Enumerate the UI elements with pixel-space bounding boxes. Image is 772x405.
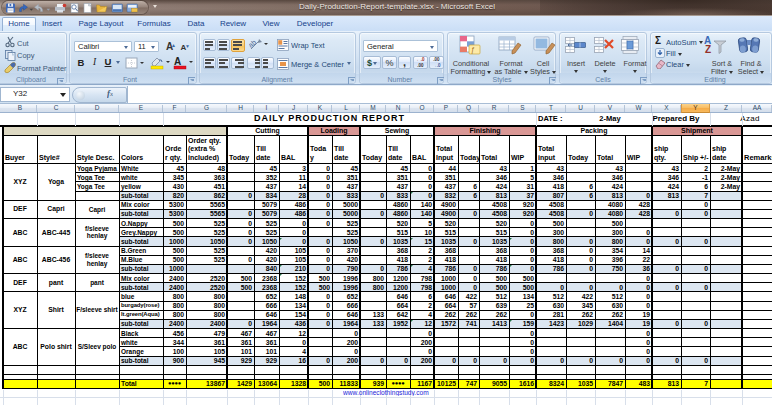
svg-text:ab: ab bbox=[249, 38, 257, 48]
svg-text:ƒ: ƒ bbox=[471, 46, 475, 54]
svg-text:A: A bbox=[174, 56, 181, 67]
svg-text:Z: Z bbox=[705, 44, 711, 55]
